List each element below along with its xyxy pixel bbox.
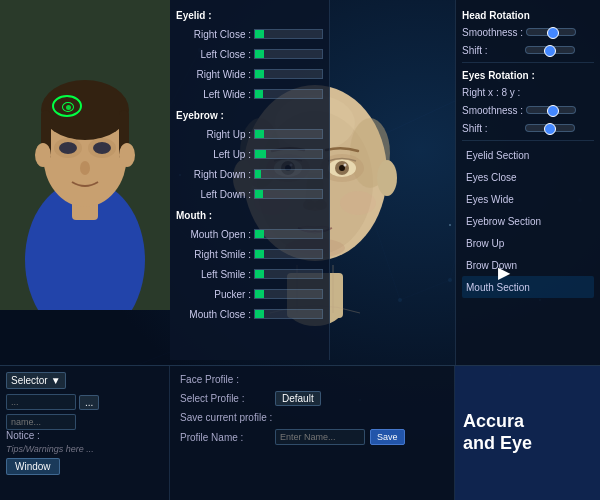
bottom-right-panel: Accura and Eye	[455, 366, 600, 500]
shift-thumb-2	[544, 123, 556, 135]
param-row: Mouth Close :	[176, 304, 323, 324]
param-bar	[255, 30, 264, 38]
param-label: Left Up :	[176, 149, 251, 160]
param-bar	[255, 190, 263, 198]
param-bar-container[interactable]	[254, 69, 323, 79]
param-bar	[255, 310, 264, 318]
input-row-1: ...	[6, 394, 163, 410]
param-bar-container[interactable]	[254, 189, 323, 199]
svg-point-29	[59, 142, 77, 154]
section-title: Eyelid :	[176, 7, 212, 22]
param-row: Left Wide :	[176, 84, 323, 104]
smoothness-row-1: Smoothness :	[462, 23, 594, 41]
param-label: Left Wide :	[176, 89, 251, 100]
param-section-label: Mouth :	[176, 204, 323, 224]
param-bar	[255, 170, 261, 178]
right-section-item[interactable]: Mouth Section	[462, 276, 594, 298]
param-label: Right Down :	[176, 169, 251, 180]
param-row: Right Smile :	[176, 244, 323, 264]
head-rotation-title: Head Rotation	[462, 6, 594, 23]
shift-slider-1[interactable]	[525, 46, 575, 54]
param-row: Right Down :	[176, 164, 323, 184]
right-section-item[interactable]: Brow Up	[462, 232, 594, 254]
camera-face-bg	[0, 0, 170, 310]
eye-tracker	[52, 95, 82, 117]
param-bar	[255, 270, 264, 278]
dropdown-arrow-icon: ▼	[51, 375, 61, 386]
param-bar	[255, 250, 264, 258]
param-bar	[255, 150, 266, 158]
smoothness-thumb-2	[547, 105, 559, 117]
svg-point-30	[93, 142, 111, 154]
notice-label: Notice :	[6, 430, 163, 441]
param-bar-container[interactable]	[254, 309, 323, 319]
accuracy-text: Accura and Eye	[463, 411, 592, 454]
smoothness-slider-2[interactable]	[526, 106, 576, 114]
select-profile-row: Select Profile : Default	[180, 391, 444, 406]
input-row-2	[6, 414, 163, 430]
param-bar-container[interactable]	[254, 229, 323, 239]
svg-point-31	[80, 161, 90, 175]
bottom-center-panel: Face Profile : Select Profile : Default …	[170, 366, 455, 500]
dots-button[interactable]: ...	[79, 395, 99, 410]
param-row: Right Close :	[176, 24, 323, 44]
accuracy-line2: and Eye	[463, 433, 532, 453]
smoothness-label-2: Smoothness :	[462, 105, 523, 116]
param-bar	[255, 290, 264, 298]
divider-2	[462, 140, 594, 141]
save-button[interactable]: Save	[370, 429, 405, 445]
param-bar-container[interactable]	[254, 29, 323, 39]
param-row: Left Up :	[176, 144, 323, 164]
svg-point-56	[340, 191, 376, 215]
eyes-rotation-title: Eyes Rotation :	[462, 66, 594, 83]
section-title: Mouth :	[176, 207, 212, 222]
profile-name-row: Profile Name : Save	[180, 429, 444, 445]
text-input-name[interactable]	[6, 414, 76, 430]
smoothness-slider-1[interactable]	[526, 28, 576, 36]
divider-1	[462, 62, 594, 63]
param-bar-container[interactable]	[254, 289, 323, 299]
param-label: Right Wide :	[176, 69, 251, 80]
selector-dropdown[interactable]: Selector ▼	[6, 372, 66, 389]
section-title: Eyebrow :	[176, 107, 224, 122]
shift-label-1: Shift :	[462, 45, 522, 56]
bottom-area: Selector ▼ ... Notice : Tips/Warnings he…	[0, 365, 600, 500]
shift-thumb-1	[544, 45, 556, 57]
profile-name-label: Profile Name :	[180, 432, 270, 443]
param-bar-container[interactable]	[254, 249, 323, 259]
right-section-item[interactable]: Eyebrow Section	[462, 210, 594, 232]
param-row: Left Smile :	[176, 264, 323, 284]
right-section-item[interactable]: Eyes Close	[462, 166, 594, 188]
param-label: Right Close :	[176, 29, 251, 40]
param-label: Pucker :	[176, 289, 251, 300]
window-button[interactable]: Window	[6, 458, 60, 475]
profile-name-input[interactable]	[275, 429, 365, 445]
right-xy-label: Right x : 8 y :	[462, 87, 520, 98]
smoothness-thumb-1	[547, 27, 559, 39]
param-label: Left Smile :	[176, 269, 251, 280]
right-section-item[interactable]: Eyes Wide	[462, 188, 594, 210]
param-label: Mouth Close :	[176, 309, 251, 320]
profile-value[interactable]: Default	[275, 391, 321, 406]
person-silhouette	[0, 0, 170, 310]
param-bar-container[interactable]	[254, 149, 323, 159]
param-bar-container[interactable]	[254, 49, 323, 59]
param-bar	[255, 70, 264, 78]
param-section-label: Eyebrow :	[176, 104, 323, 124]
svg-point-25	[35, 143, 51, 167]
text-input-1[interactable]	[6, 394, 76, 410]
svg-point-26	[119, 143, 135, 167]
param-bar-container[interactable]	[254, 169, 323, 179]
shift-slider-2[interactable]	[525, 124, 575, 132]
right-section-item[interactable]: Brow Down	[462, 254, 594, 276]
shift-row-1: Shift :	[462, 41, 594, 59]
svg-point-40	[377, 160, 397, 196]
param-label: Left Close :	[176, 49, 251, 60]
shift-row-2: Shift :	[462, 119, 594, 137]
param-bar-container[interactable]	[254, 89, 323, 99]
right-section-item[interactable]: Eyelid Section	[462, 144, 594, 166]
param-bar-container[interactable]	[254, 129, 323, 139]
param-label: Mouth Open :	[176, 229, 251, 240]
param-bar-container[interactable]	[254, 269, 323, 279]
notice-text: Tips/Warnings here ...	[6, 444, 163, 454]
